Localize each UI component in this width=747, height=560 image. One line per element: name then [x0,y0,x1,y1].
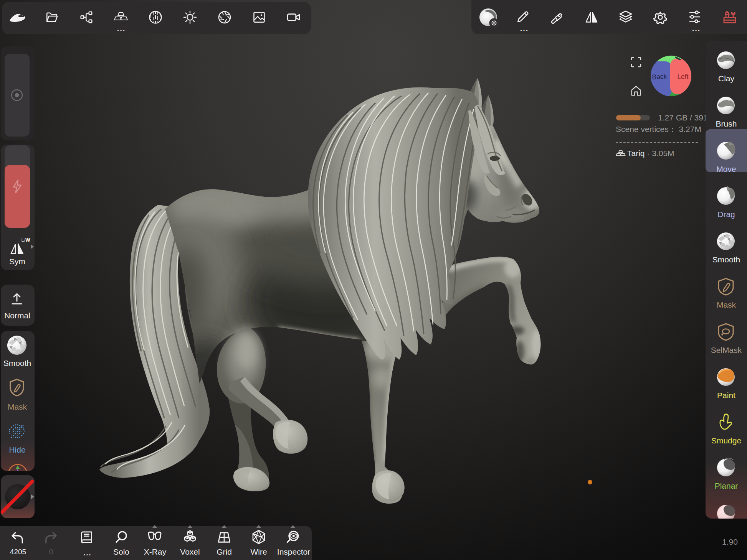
svg-text:Left: Left [677,73,688,81]
svg-text:Back: Back [652,72,667,81]
